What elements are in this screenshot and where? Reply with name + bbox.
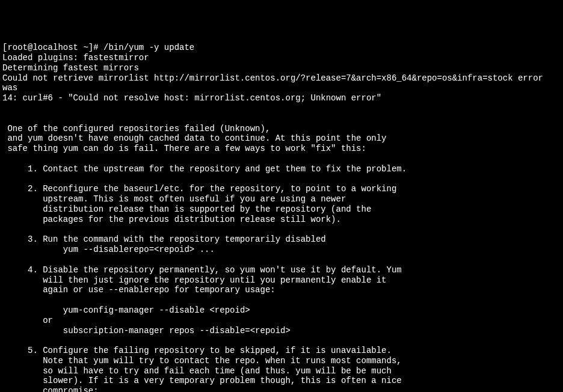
terminal-line: Determining fastest mirrors [2, 63, 561, 73]
terminal-line: 2. Reconfigure the baseurl/etc. for the … [2, 184, 561, 194]
terminal-line [2, 114, 561, 124]
terminal-line: again or use --enablerepo for temporary … [2, 285, 561, 295]
terminal-line [2, 154, 561, 164]
terminal-line: 3. Run the command with the repository t… [2, 234, 561, 245]
terminal-line: will then just ignore the repository unt… [2, 275, 561, 286]
terminal-line: One of the configured repositories faile… [2, 124, 561, 134]
terminal-line: so will have to try and fail each time (… [2, 366, 561, 376]
terminal-line: distribution release than is supported b… [2, 204, 561, 215]
terminal-line: 5. Configure the failing repository to b… [2, 346, 561, 356]
terminal-line: 4. Disable the repository permanently, s… [2, 265, 561, 275]
terminal-line: 1. Contact the upstream for the reposito… [2, 164, 561, 174]
terminal-line: Loaded plugins: fastestmirror [2, 53, 561, 63]
terminal-line: or [2, 316, 561, 326]
terminal-line [2, 103, 561, 114]
terminal-line [2, 295, 561, 305]
terminal-line: compromise: [2, 386, 561, 392]
terminal-line: packages for the previous distribution r… [2, 215, 561, 225]
terminal-line: safe thing yum can do is fail. There are… [2, 144, 561, 154]
terminal-line: subscription-manager repos --disable=<re… [2, 326, 561, 336]
terminal-line: yum --disablerepo=<repoid> ... [2, 245, 561, 255]
terminal-line: slower). If it is a very temporary probl… [2, 376, 561, 386]
terminal-line: 14: curl#6 - "Could not resolve host: mi… [2, 93, 561, 103]
terminal-line [2, 174, 561, 185]
terminal-line: Note that yum will try to contact the re… [2, 356, 561, 366]
terminal-line: Could not retrieve mirrorlist http://mir… [2, 73, 561, 94]
terminal-line: upstream. This is most often useful if y… [2, 194, 561, 204]
terminal-line [2, 225, 561, 235]
terminal-line: and yum doesn't have enough cached data … [2, 133, 561, 144]
terminal-line: [root@localhost ~]# /bin/yum -y update [2, 43, 561, 53]
terminal-output[interactable]: [root@localhost ~]# /bin/yum -y updateLo… [2, 43, 561, 392]
terminal-line [2, 255, 561, 265]
terminal-line: yum-config-manager --disable <repoid> [2, 305, 561, 316]
terminal-line [2, 335, 561, 346]
